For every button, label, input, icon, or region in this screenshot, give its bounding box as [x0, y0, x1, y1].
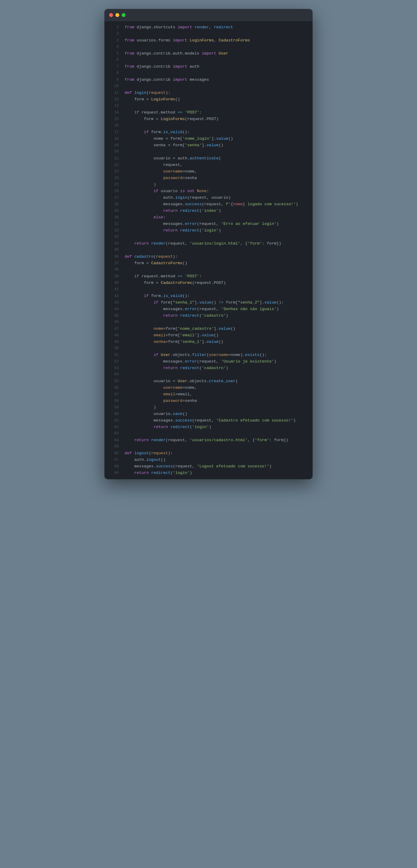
line-17: 17 if form.is_valid(): — [104, 129, 313, 135]
line-12: 12 form = LoginForms() — [104, 96, 313, 103]
line-64: 64 return render(request, 'usuarios/cada… — [104, 437, 313, 443]
line-53: 53 return redirect('cadastro') — [104, 365, 313, 371]
line-2: 2 — [104, 31, 313, 37]
line-33: 33 — [104, 234, 313, 240]
line-43: 43 if form["senha_1"].value() != form["s… — [104, 299, 313, 306]
line-63: 63 — [104, 430, 313, 437]
code-editor-window: 1from django.shortcuts import render, re… — [104, 9, 313, 479]
code-area: 1from django.shortcuts import render, re… — [104, 21, 313, 479]
line-60: 60 usuario.save() — [104, 411, 313, 417]
line-55: 55 usuario = User.objects.create_user( — [104, 378, 313, 384]
close-button[interactable] — [109, 13, 113, 17]
line-49: 49 senha=form['senha_1'].value() — [104, 339, 313, 345]
line-9: 9from django.contrib import messages — [104, 76, 313, 83]
line-20: 20 — [104, 149, 313, 155]
line-22: 22 request, — [104, 162, 313, 168]
line-6: 6 — [104, 57, 313, 63]
line-14: 14 if request.method == 'POST': — [104, 109, 313, 116]
line-32: 32 return redirect('login') — [104, 227, 313, 234]
line-57: 57 email=email, — [104, 391, 313, 398]
line-3: 3from usuarios.forms import LoginForms, … — [104, 37, 313, 44]
line-30: 30 else: — [104, 214, 313, 221]
line-26: 26 if usuario is not None: — [104, 188, 313, 194]
line-35: 35 — [104, 247, 313, 253]
line-11: 11def login(request): — [104, 90, 313, 96]
line-48: 48 email=form['email'].value() — [104, 332, 313, 339]
line-50: 50 — [104, 345, 313, 352]
line-56: 56 username=nome, — [104, 384, 313, 391]
line-18: 18 nome = form['nome_login'].value() — [104, 135, 313, 142]
line-44: 44 messages.error(request, 'Senhas não s… — [104, 306, 313, 312]
line-24: 24 password=senha — [104, 175, 313, 181]
line-69: 69 return redirect('login') — [104, 470, 313, 476]
line-36: 36def cadastro(request): — [104, 253, 313, 260]
line-54: 54 — [104, 371, 313, 378]
line-45: 45 return redirect('cadastro') — [104, 312, 313, 319]
line-34: 34 return render(request, 'usuarios/logi… — [104, 240, 313, 247]
line-59: 59 ) — [104, 404, 313, 411]
line-27: 27 auth.login(request, usuario) — [104, 194, 313, 201]
line-13: 13 — [104, 103, 313, 109]
line-8: 8 — [104, 70, 313, 76]
line-21: 21 usuario = auth.authenticate( — [104, 155, 313, 162]
line-5: 5from django.contrib.auth.models import … — [104, 50, 313, 57]
line-42: 42 if form.is_valid(): — [104, 293, 313, 299]
line-4: 4 — [104, 44, 313, 50]
line-39: 39 if request.method == 'POST': — [104, 273, 313, 280]
maximize-button[interactable] — [121, 13, 126, 17]
line-62: 62 return redirect('login') — [104, 424, 313, 430]
line-47: 47 nome=form['nome_cadastro'].value() — [104, 326, 313, 332]
minimize-button[interactable] — [115, 13, 119, 17]
line-7: 7from django.contrib import auth — [104, 63, 313, 70]
titlebar — [104, 9, 313, 21]
line-16: 16 — [104, 122, 313, 129]
line-46: 46 — [104, 319, 313, 326]
line-41: 41 — [104, 286, 313, 293]
line-31: 31 messages.error(request, 'Erro ao efet… — [104, 221, 313, 227]
line-68: 68 messages.success(request, 'Logout efe… — [104, 463, 313, 470]
line-19: 19 senha = form['senha'].value() — [104, 142, 313, 149]
line-15: 15 form = LoginForms(request.POST) — [104, 116, 313, 122]
line-61: 61 messages.success(request, 'Cadastro e… — [104, 417, 313, 424]
line-29: 29 return redirect('index') — [104, 208, 313, 214]
line-28: 28 messages.success(request, f'{nome} lo… — [104, 201, 313, 208]
line-66: 66def logout(request): — [104, 450, 313, 457]
line-51: 51 if User.objects.filter(username=nome)… — [104, 352, 313, 358]
line-58: 58 password=senha — [104, 398, 313, 404]
line-1: 1from django.shortcuts import render, re… — [104, 24, 313, 31]
line-67: 67 auth.logout() — [104, 457, 313, 463]
line-25: 25 ) — [104, 181, 313, 188]
line-23: 23 username=nome, — [104, 168, 313, 175]
line-10: 10 — [104, 83, 313, 90]
line-52: 52 messages.error(request, 'Usuário já e… — [104, 358, 313, 365]
line-40: 40 form = CadastroForms(request.POST) — [104, 280, 313, 286]
line-38: 38 — [104, 267, 313, 273]
line-37: 37 form = CadastroForms() — [104, 260, 313, 267]
line-65: 65 — [104, 443, 313, 450]
